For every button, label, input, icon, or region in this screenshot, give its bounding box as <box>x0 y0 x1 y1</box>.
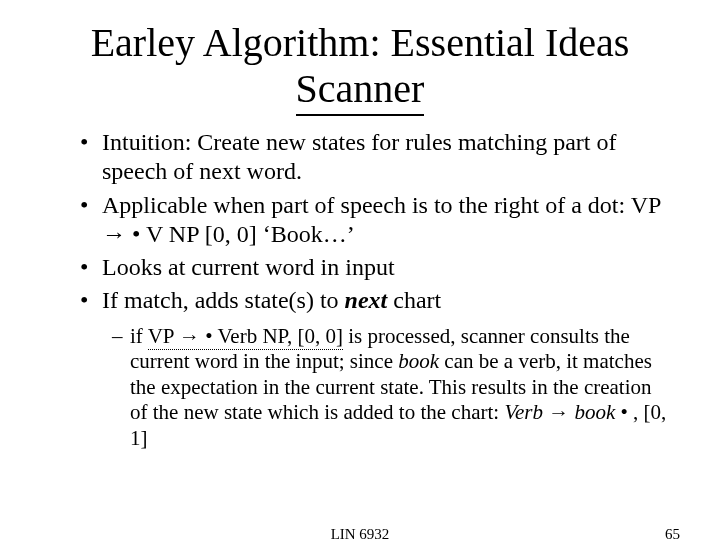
sub-bullet-example: if VP → • Verb NP, [0, 0] is processed, … <box>112 324 670 452</box>
bullet-looks-at: Looks at current word in input <box>80 253 680 282</box>
bullet-intuition: Intuition: Create new states for rules m… <box>80 128 680 187</box>
bullet-intuition-text: Intuition: Create new states for rules m… <box>102 129 617 184</box>
sub-bullet-list: if VP → • Verb NP, [0, 0] is processed, … <box>40 324 680 452</box>
arrow-icon: → <box>179 324 200 348</box>
bullet-applicable-pre: Applicable when part of speech is to the… <box>102 192 661 218</box>
sub-underline-rest: • Verb NP, [0, 0] <box>200 324 343 348</box>
footer-course: LIN 6932 <box>0 526 720 540</box>
sub-underline-rule: VP → • Verb NP, [0, 0] <box>148 324 343 350</box>
sub-underline-vp: VP <box>148 324 179 348</box>
arrow-icon: → <box>548 400 569 424</box>
slide: Earley Algorithm: Essential Ideas Scanne… <box>0 0 720 540</box>
sub-italic-book2: book <box>569 400 615 424</box>
bullet-if-match: If match, adds state(s) to next chart <box>80 286 680 315</box>
title-line-1: Earley Algorithm: Essential Ideas <box>91 20 630 65</box>
bullet-looks-at-text: Looks at current word in input <box>102 254 395 280</box>
sub-italic-verb: Verb <box>504 400 548 424</box>
footer-page-number: 65 <box>665 526 680 540</box>
sub-italic-book1: book <box>398 349 439 373</box>
sub-pre: if <box>130 324 148 348</box>
slide-title: Earley Algorithm: Essential Ideas Scanne… <box>40 20 680 116</box>
bullet-if-match-strong: next <box>345 287 388 313</box>
title-line-2: Scanner <box>296 66 425 116</box>
arrow-icon: → <box>102 221 126 247</box>
main-bullet-list: Intuition: Create new states for rules m… <box>40 128 680 316</box>
bullet-if-match-post: chart <box>387 287 441 313</box>
bullet-applicable-post: • V NP [0, 0] ‘Book…’ <box>126 221 355 247</box>
bullet-applicable: Applicable when part of speech is to the… <box>80 191 680 250</box>
bullet-if-match-pre: If match, adds state(s) to <box>102 287 345 313</box>
